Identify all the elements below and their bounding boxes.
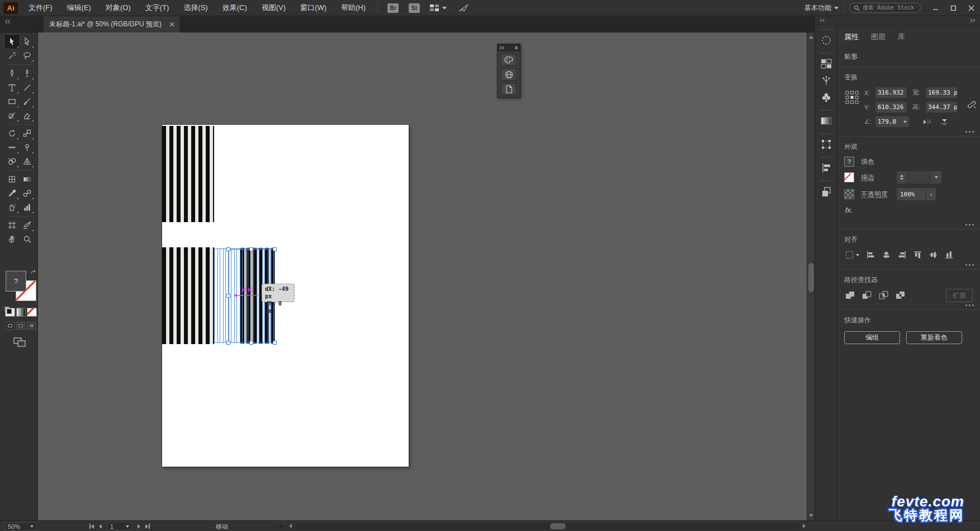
puppet-warp-tool[interactable] [20,140,35,154]
eyedropper-tool[interactable] [4,186,20,200]
scroll-up-arrow[interactable] [809,36,813,39]
direct-selection-tool[interactable] [20,35,35,49]
symbol-sprayer-tool[interactable] [4,200,20,214]
type-tool[interactable] [4,81,20,95]
panel-icon-layers[interactable] [815,183,837,200]
draw-normal-button[interactable] [6,322,15,330]
maximize-button[interactable] [944,0,962,16]
reference-point-selector[interactable] [845,91,860,127]
canvas-horizontal-scrollbar[interactable] [296,523,799,529]
selection-handle[interactable] [273,341,277,345]
shape-builder-tool[interactable] [4,154,20,168]
panel-grip[interactable] [820,109,832,111]
align-center-vertical-button[interactable] [929,251,938,259]
rectangle-tool[interactable] [4,95,20,109]
panel-grip[interactable] [820,52,832,54]
gradient-button[interactable] [16,308,26,317]
draw-inside-button[interactable] [27,322,36,330]
shaper-tool[interactable] [4,109,20,123]
magic-wand-tool[interactable] [4,49,20,63]
panel-grip[interactable] [820,29,832,31]
canvas[interactable]: dX: -49 px dY: 0 px [38,32,807,520]
slice-tool[interactable] [20,218,35,232]
align-more-options[interactable] [965,264,974,266]
toolbar-collapse-button[interactable] [4,19,11,24]
workspace-selector[interactable]: 基本功能 [804,3,839,13]
panel-icon-transform[interactable] [815,136,837,153]
hand-tool[interactable] [4,232,20,246]
selection-handle[interactable] [226,247,230,251]
menu-file[interactable]: 文件(F) [21,0,60,16]
selection-tool[interactable] [4,35,20,49]
selection-handle[interactable] [273,247,277,251]
column-graph-tool[interactable] [20,200,35,214]
align-top-button[interactable] [913,251,922,259]
tab-layers[interactable]: 图层 [871,32,886,42]
align-bottom-button[interactable] [945,251,953,259]
stroke-weight-stepper[interactable] [897,171,907,184]
app-logo-icon[interactable]: Ai [3,2,18,14]
close-icon[interactable] [514,46,518,50]
menu-help[interactable]: 帮助(H) [334,0,373,16]
stock-search-input[interactable]: 搜索 Adobe Stock [849,3,921,13]
width-input[interactable]: 169.33 p [926,87,957,98]
align-left-button[interactable] [867,251,875,259]
minimize-button[interactable] [926,0,944,16]
double-chevron-right-icon[interactable] [970,18,976,22]
pathfinder-more-options[interactable] [965,304,974,306]
stripe-rectangle-top[interactable] [162,126,214,222]
document-tab[interactable]: 未标题-1.ai* @ 50% (RGB/GPU 预览) [44,16,181,32]
menu-type[interactable]: 文字(T) [138,0,177,16]
next-artboard-button[interactable] [138,524,140,529]
height-input[interactable]: 344.37 p [926,102,957,112]
canvas-vertical-scrollbar[interactable] [807,32,815,520]
stroke-weight-input[interactable] [907,171,930,184]
panel-grip[interactable] [820,133,832,135]
x-input[interactable]: 316.932 [875,87,907,98]
paintbrush-tool[interactable] [20,95,35,109]
selection-handle[interactable] [226,294,230,298]
pathfinder-minus-front-button[interactable] [862,291,872,299]
scroll-right-arrow[interactable] [803,524,806,528]
first-artboard-button[interactable] [89,524,94,529]
artboard-tool[interactable] [4,218,20,232]
stroke-swatch[interactable] [844,172,854,182]
line-segment-tool[interactable] [20,81,35,95]
bridge-button[interactable]: Br [387,3,399,13]
link-dimensions-toggle[interactable] [967,100,976,110]
menu-object[interactable]: 对象(O) [98,0,138,16]
rotation-combo[interactable]: 179.8 [875,116,909,127]
tab-properties[interactable]: 属性 [844,32,859,42]
lasso-tool[interactable] [20,49,35,63]
tab-libraries[interactable]: 库 [898,32,905,42]
menu-select[interactable]: 选择(S) [176,0,215,16]
rotation-input[interactable]: 179.8 [875,116,900,127]
panel-icon-artboards[interactable] [815,55,837,72]
double-chevron-left-icon[interactable] [820,18,825,22]
expand-button[interactable]: 扩展 [946,289,973,302]
stock-button[interactable]: St [409,3,420,13]
tab-close-icon[interactable] [169,22,174,27]
previous-artboard-button[interactable] [99,524,102,529]
draw-behind-button[interactable] [16,322,25,330]
selection-handle[interactable] [249,247,253,251]
menu-effect[interactable]: 效果(C) [215,0,254,16]
flip-horizontal-button[interactable] [922,118,931,126]
selection-handle[interactable] [249,341,253,345]
curvature-tool[interactable] [20,67,35,81]
opacity-expand-button[interactable]: › [926,188,936,200]
opacity-input[interactable]: 100% [897,188,926,200]
vertical-scroll-thumb[interactable] [808,263,814,292]
rotate-tool[interactable] [4,126,20,140]
y-input[interactable]: 610.326 [875,102,907,112]
close-button[interactable] [962,0,980,16]
menu-view[interactable]: 视图(V) [254,0,293,16]
group-button[interactable]: 编组 [844,331,900,344]
palette-tool-button[interactable] [501,54,517,66]
document-tool-button[interactable] [501,83,517,95]
panel-icon-align[interactable] [815,159,837,176]
width-tool[interactable] [4,140,20,154]
perspective-grid-tool[interactable] [20,154,35,168]
appearance-more-options[interactable] [965,224,974,225]
scale-tool[interactable] [20,126,35,140]
